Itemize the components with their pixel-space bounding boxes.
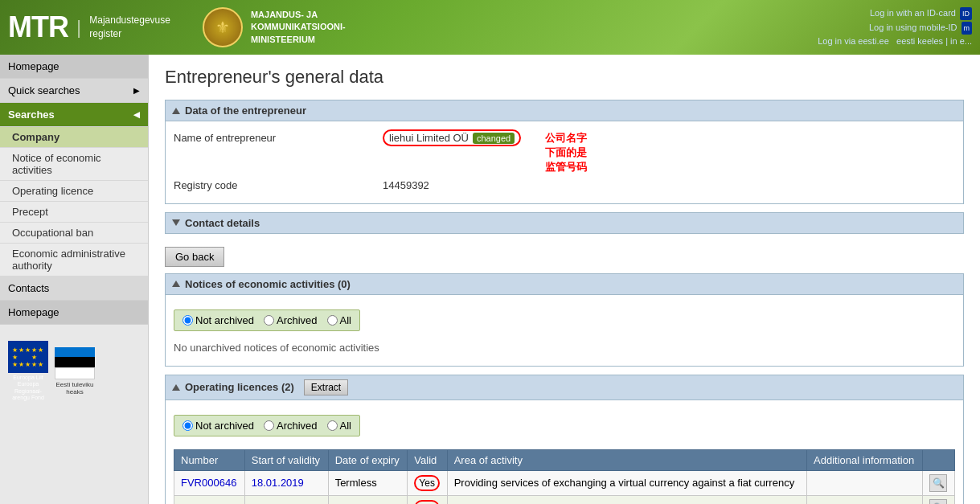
sidebar-item-searches[interactable]: Searches ◀ bbox=[0, 103, 148, 127]
go-back-button[interactable]: Go back bbox=[165, 247, 224, 267]
login-eesti[interactable]: Log in via eesti.ee eesti keeles | in e.… bbox=[818, 35, 972, 49]
col-action bbox=[923, 449, 955, 470]
sidebar-item-quick-searches[interactable]: Quick searches ▶ bbox=[0, 79, 148, 103]
table-row: FRK000560 18.01.2019 Termless Yes Provid… bbox=[174, 495, 955, 504]
extract-button[interactable]: Extract bbox=[304, 379, 348, 395]
sidebar-contacts-label: Contacts bbox=[8, 282, 49, 294]
cell-valid: Yes bbox=[408, 495, 447, 504]
section-licences-title: Operating licences (2) bbox=[185, 381, 294, 393]
sidebar-item-contacts[interactable]: Contacts bbox=[0, 277, 148, 301]
section-entrepreneur-title: Data of the entrepreneur bbox=[185, 104, 306, 117]
main-content: Entrepreneur's general data Data of the … bbox=[149, 55, 980, 504]
logo-mtr: MTR bbox=[8, 10, 68, 44]
chevron-left-icon: ◀ bbox=[133, 110, 140, 119]
header-subtitle: Majandustegevuse register bbox=[89, 14, 170, 41]
cell-number: FVR000646 bbox=[174, 470, 245, 495]
cell-start: 18.01.2019 bbox=[244, 470, 328, 495]
cell-search[interactable]: 🔍 bbox=[923, 470, 955, 495]
sidebar-sub-notice[interactable]: Notice of economic activities bbox=[0, 148, 148, 181]
col-number: Number bbox=[174, 449, 245, 470]
section-contact-header[interactable]: Contact details bbox=[165, 212, 964, 234]
notices-radio-all[interactable] bbox=[327, 315, 338, 326]
header: MTR | Majandustegevuse register ⚜ Majand… bbox=[0, 0, 980, 55]
logo-separator: | bbox=[76, 16, 81, 39]
cell-additional bbox=[807, 470, 923, 495]
licences-filter-archived[interactable]: Archived bbox=[264, 420, 318, 432]
col-start: Start of validity bbox=[244, 449, 328, 470]
eu-flag: ★★★★★★ ★★★★★★ bbox=[8, 341, 48, 373]
sidebar-sub-operating-licence-label: Operating licence bbox=[12, 185, 93, 197]
cell-expiry: Termless bbox=[328, 495, 408, 504]
section-notices-title: Notices of economic activities (0) bbox=[185, 278, 351, 290]
licences-radio-all[interactable] bbox=[327, 420, 338, 431]
licences-table: Number Start of validity Date of expiry … bbox=[174, 449, 955, 504]
section-entrepreneur-content: Name of entrepreneur liehui Limited OÜ c… bbox=[165, 121, 964, 204]
sidebar-sub-precept[interactable]: Precept bbox=[0, 202, 148, 223]
notices-radio-archived[interactable] bbox=[264, 315, 274, 326]
company-name-text: liehui Limited OÜ bbox=[389, 132, 469, 144]
licences-filter-all[interactable]: All bbox=[327, 420, 351, 432]
sidebar-sub-occupational-ban[interactable]: Occupational ban bbox=[0, 223, 148, 244]
annotation-company: 公司名字 下面的是 监管号码 bbox=[545, 131, 587, 175]
sidebar-item-homepage[interactable]: Homepage bbox=[0, 55, 148, 79]
notices-filter-not-archived[interactable]: Not archived bbox=[182, 314, 254, 326]
search-detail-button[interactable]: 🔍 bbox=[929, 474, 947, 492]
collapse-licences-icon bbox=[172, 384, 180, 391]
section-licences-content: Not archived Archived All Number Start o… bbox=[165, 400, 964, 504]
sidebar-item-homepage-label: Homepage bbox=[8, 60, 59, 72]
sidebar-homepage-bottom-label: Homepage bbox=[8, 306, 59, 318]
registry-code-row: Registry code 14459392 bbox=[174, 179, 955, 191]
section-contact-title: Contact details bbox=[185, 217, 260, 229]
registry-code-value: 14459392 bbox=[383, 179, 429, 191]
entrepreneur-name-value: liehui Limited OÜ changed bbox=[383, 129, 521, 146]
page-layout: Homepage Quick searches ▶ Searches ◀ Com… bbox=[0, 55, 980, 504]
sidebar-item-searches-label: Searches bbox=[8, 109, 55, 121]
notices-filter-all[interactable]: All bbox=[327, 314, 351, 326]
expand-contact-icon bbox=[172, 219, 180, 226]
sidebar-sub-occupational-ban-label: Occupational ban bbox=[12, 227, 93, 239]
col-expiry: Date of expiry bbox=[328, 449, 408, 470]
col-area: Area of activity bbox=[447, 449, 806, 470]
licences-table-header-row: Number Start of validity Date of expiry … bbox=[174, 449, 955, 470]
section-entrepreneur-header[interactable]: Data of the entrepreneur bbox=[165, 100, 964, 121]
notices-filter-archived[interactable]: Archived bbox=[264, 314, 318, 326]
ministry-seal: ⚜ bbox=[203, 7, 243, 47]
eu-stars: ★★★★★★ ★★★★★★ bbox=[12, 346, 44, 368]
login-idcard[interactable]: Log in with an ID-card ID bbox=[818, 6, 972, 21]
section-notices-header[interactable]: Notices of economic activities (0) bbox=[165, 273, 964, 295]
page-title: Entrepreneur's general data bbox=[165, 67, 964, 88]
sidebar: Homepage Quick searches ▶ Searches ◀ Com… bbox=[0, 55, 149, 504]
notices-radio-not-archived[interactable] bbox=[182, 315, 193, 326]
section-contact-wrapper: Contact details bbox=[165, 212, 964, 234]
section-notices-content: Not archived Archived All No unarchived … bbox=[165, 295, 964, 367]
cell-additional bbox=[807, 495, 923, 504]
cell-valid: Yes bbox=[408, 470, 447, 495]
col-additional: Additional information bbox=[807, 449, 923, 470]
cell-number: FRK000560 bbox=[174, 495, 245, 504]
sidebar-sub-company[interactable]: Company bbox=[0, 127, 148, 148]
licences-radio-not-archived[interactable] bbox=[182, 420, 193, 431]
login-mobileid[interactable]: Log in using mobile-ID m bbox=[818, 21, 972, 35]
cell-start: 18.01.2019 bbox=[244, 495, 328, 504]
sidebar-item-homepage-bottom[interactable]: Homepage bbox=[0, 301, 148, 325]
cell-expiry: Termless bbox=[328, 470, 408, 495]
cell-area: Providing services of exchanging a virtu… bbox=[447, 470, 806, 495]
licences-radio-archived[interactable] bbox=[264, 420, 274, 431]
chevron-right-icon: ▶ bbox=[133, 86, 140, 95]
col-valid: Valid bbox=[408, 449, 447, 470]
notices-no-data: No unarchived notices of economic activi… bbox=[174, 338, 955, 358]
sidebar-sub-econ-auth-label: Economic administrative authority bbox=[12, 248, 125, 272]
sidebar-sub-econ-auth[interactable]: Economic administrative authority bbox=[0, 244, 148, 277]
licences-filter-not-archived[interactable]: Not archived bbox=[182, 420, 254, 432]
cell-search[interactable]: 🔍 bbox=[923, 495, 955, 504]
header-login: Log in with an ID-card ID Log in using m… bbox=[818, 6, 972, 49]
section-licences-header[interactable]: Operating licences (2) Extract bbox=[165, 375, 964, 400]
sidebar-sub-operating-licence[interactable]: Operating licence bbox=[0, 181, 148, 202]
registry-code-label: Registry code bbox=[174, 179, 383, 191]
search-detail-button[interactable]: 🔍 bbox=[929, 499, 947, 504]
licences-filter-group: Not archived Archived All bbox=[174, 415, 360, 436]
sidebar-item-quick-searches-label: Quick searches bbox=[8, 84, 80, 96]
estonia-flag bbox=[55, 347, 95, 379]
sidebar-sub-company-label: Company bbox=[12, 131, 59, 143]
ministry-text: Majandus- ja Kommunikatsiooni- ministeer… bbox=[251, 9, 346, 46]
